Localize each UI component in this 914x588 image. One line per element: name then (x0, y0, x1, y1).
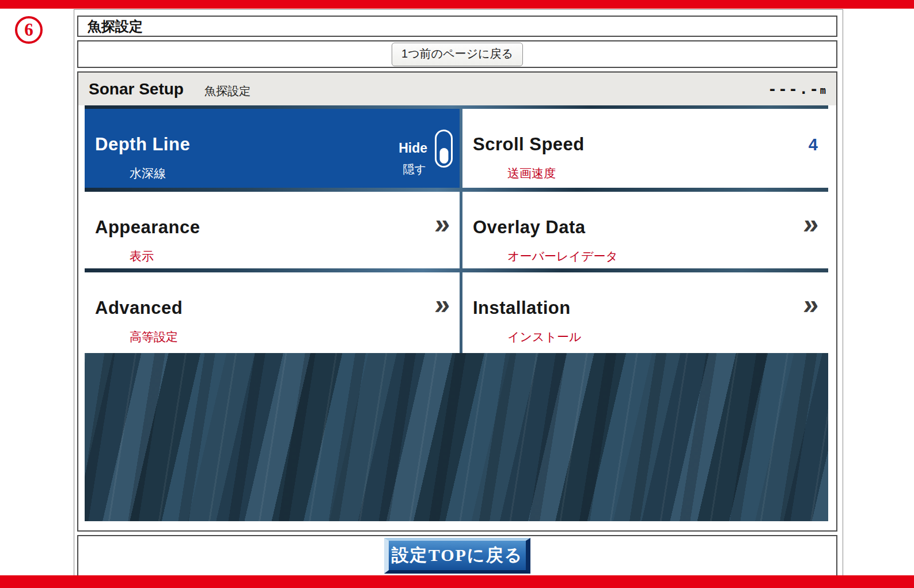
tile-label-ja: 送画速度 (507, 165, 556, 181)
step-badge: 6 (15, 16, 43, 44)
tile-label-en: Installation (473, 298, 571, 318)
page-title: 魚探設定 (88, 17, 143, 36)
tile-overlay-data[interactable]: Overlay Data オーバーレイデータ » (462, 192, 828, 268)
tile-label-ja: 表示 (130, 248, 154, 264)
scroll-speed-value: 4 (809, 135, 818, 154)
sonar-setup-title-en: Sonar Setup (89, 80, 184, 98)
chevron-right-icon: » (434, 210, 452, 238)
tile-depth-line[interactable]: Depth Line 水深線 Hide 隠す (85, 109, 460, 188)
chevron-right-icon: » (802, 291, 821, 318)
tile-label-ja: オーバーレイデータ (507, 248, 618, 264)
tile-label-en: Depth Line (95, 134, 190, 155)
tile-advanced[interactable]: Advanced 高等設定 » (85, 272, 460, 353)
tile-label-ja: 水深線 (130, 165, 166, 181)
tile-label-en: Scroll Speed (473, 134, 585, 155)
sonar-setup-header: Sonar Setup 魚探設定 ---.- m (78, 73, 836, 105)
settings-top-button[interactable]: 設定TOPに戻る (384, 538, 530, 574)
chevron-right-icon: » (802, 210, 821, 238)
bottom-red-bar (0, 575, 914, 588)
toggle-knob-icon (439, 148, 448, 164)
top-red-bar (0, 0, 914, 9)
tile-label-en: Advanced (95, 298, 183, 318)
depth-readout-value: ---.- (768, 81, 820, 97)
chevron-right-icon: » (434, 291, 452, 318)
sonar-setup-screenshot: Sonar Setup 魚探設定 ---.- m Depth Line 水深線 … (77, 71, 837, 532)
footer-bar: 設定TOPに戻る (77, 535, 837, 578)
nav-bar: 1つ前のページに戻る (77, 40, 837, 68)
toggle-state-label-ja: 隠す (403, 162, 426, 177)
ocean-background-image (85, 353, 828, 521)
page-title-bar: 魚探設定 (77, 16, 837, 37)
depth-readout: ---.- m (768, 81, 826, 97)
tile-label-en: Appearance (95, 217, 200, 238)
sonar-setup-title-ja: 魚探設定 (204, 84, 251, 99)
tile-scroll-speed[interactable]: Scroll Speed 送画速度 4 (462, 109, 828, 188)
tile-label-en: Overlay Data (473, 217, 586, 238)
tile-label-ja: 高等設定 (130, 329, 178, 345)
depth-readout-unit: m (820, 85, 826, 96)
toggle-state-label-en: Hide (399, 141, 427, 156)
sonar-menu-grid: Depth Line 水深線 Hide 隠す Scroll Speed 送画速度… (85, 105, 828, 353)
tile-label-ja: インストール (507, 329, 581, 345)
back-button[interactable]: 1つ前のページに戻る (392, 43, 523, 66)
step-number: 6 (24, 20, 33, 40)
sonar-menu: Depth Line 水深線 Hide 隠す Scroll Speed 送画速度… (85, 105, 828, 521)
depth-line-toggle[interactable] (435, 130, 453, 168)
tile-appearance[interactable]: Appearance 表示 » (85, 192, 460, 268)
tile-installation[interactable]: Installation インストール » (462, 272, 828, 353)
